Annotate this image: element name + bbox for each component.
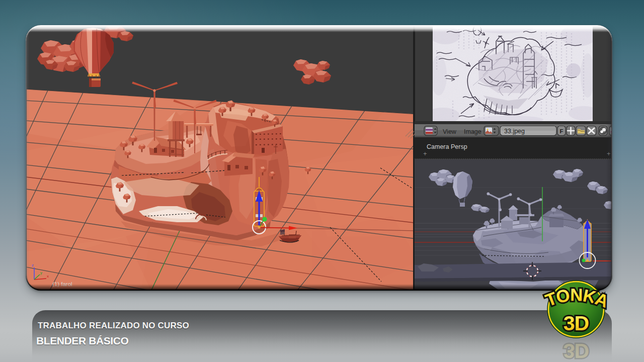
svg-text:3D: 3D bbox=[564, 340, 589, 362]
svg-text:(1) farol: (1) farol bbox=[52, 281, 72, 287]
svg-text:Camera Persp: Camera Persp bbox=[427, 143, 467, 150]
svg-text:Image: Image bbox=[464, 128, 481, 135]
svg-text:View: View bbox=[443, 128, 457, 135]
svg-text:33.jpeg: 33.jpeg bbox=[504, 128, 525, 135]
svg-text:z: z bbox=[32, 263, 34, 267]
svg-text:3D: 3D bbox=[564, 312, 589, 335]
svg-text:x: x bbox=[47, 274, 49, 279]
svg-text:y: y bbox=[40, 270, 42, 275]
svg-text:+: + bbox=[607, 150, 611, 157]
svg-text:F: F bbox=[560, 128, 564, 134]
svg-text:+: + bbox=[423, 150, 427, 157]
